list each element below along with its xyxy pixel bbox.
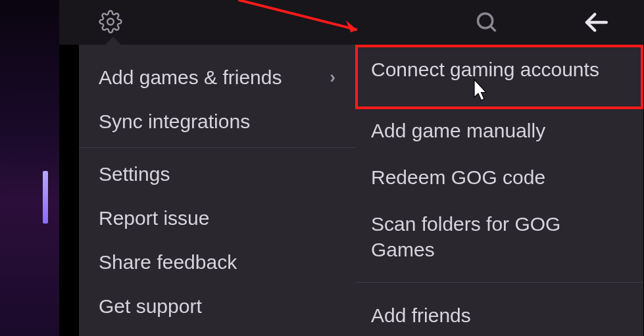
search-icon — [474, 10, 499, 35]
submenu-item-redeem-gog-code[interactable]: Redeem GOG code — [355, 154, 643, 201]
back-button[interactable] — [581, 7, 611, 37]
back-arrow-icon — [582, 9, 610, 36]
menu-item-label: Add games & friends — [99, 64, 282, 90]
background-strip — [0, 0, 59, 336]
menu-item-share-feedback[interactable]: Share feedback — [79, 240, 355, 284]
menu-item-label: Settings — [99, 161, 170, 187]
svg-point-3 — [107, 18, 114, 25]
chevron-right-icon: › — [330, 66, 335, 89]
menu-item-label: Sync integrations — [99, 108, 250, 134]
menu-item-label: Scan folders for GOG Games — [371, 211, 628, 262]
svg-line-1 — [491, 26, 496, 32]
svg-point-0 — [478, 14, 493, 28]
submenu-separator — [355, 282, 643, 283]
search-button[interactable] — [472, 7, 502, 37]
gear-icon — [99, 10, 122, 34]
settings-menu: Add games & friends › Sync integrations … — [79, 45, 355, 336]
submenu-item-scan-folders[interactable]: Scan folders for GOG Games — [355, 201, 643, 273]
menu-item-label: Share feedback — [99, 249, 237, 275]
menu-item-sync-integrations[interactable]: Sync integrations — [79, 99, 355, 143]
submenu-item-connect-gaming-accounts[interactable]: Connect gaming accounts — [355, 46, 643, 93]
settings-gear-button[interactable] — [95, 7, 126, 37]
menu-item-label: Redeem GOG code — [371, 164, 545, 190]
menu-item-get-support[interactable]: Get support — [79, 284, 355, 328]
sidebar-accent-bar — [43, 171, 48, 224]
menu-item-add-games-friends[interactable]: Add games & friends › — [79, 55, 355, 99]
menu-item-label: Add friends — [371, 302, 471, 328]
submenu-item-add-friends[interactable]: Add friends — [355, 292, 643, 336]
menu-separator — [79, 147, 355, 148]
menu-item-label: Get support — [99, 293, 202, 319]
menu-item-label: Report issue — [99, 205, 209, 231]
add-games-friends-submenu: Connect gaming accounts Add game manuall… — [355, 46, 643, 336]
menu-item-report-issue[interactable]: Report issue — [79, 196, 355, 240]
menu-item-settings[interactable]: Settings — [79, 152, 355, 196]
menu-item-label: Add game manually — [371, 118, 545, 143]
topbar — [59, 0, 644, 45]
menu-item-label: Connect gaming accounts — [371, 57, 599, 82]
submenu-item-add-game-manually[interactable]: Add game manually — [355, 107, 643, 154]
